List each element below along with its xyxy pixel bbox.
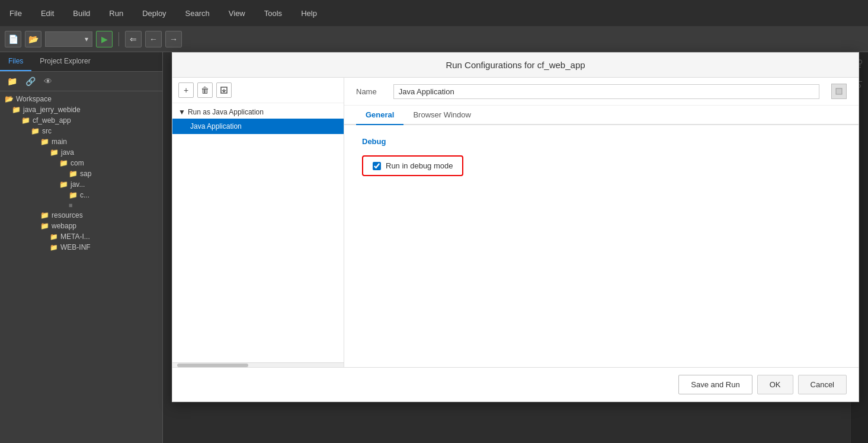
back-btn[interactable]: ⇐ [125,31,142,47]
tree-sap-label: sap [80,170,91,178]
modal-right-panel: Name General Browser Window [344,78,859,367]
file-icon: ≡ [69,202,72,209]
save-and-run-button[interactable]: Save and Run [678,375,752,394]
debug-option-row: Run in debug mode [362,155,841,176]
tree-jav[interactable]: 📁 jav... [0,179,162,190]
eye-icon[interactable]: 👁 [43,75,53,87]
folder-special-icon-1: 📁 [50,233,58,241]
tab-general[interactable]: General [356,106,403,125]
folder-icon-9: 📁 [59,180,68,189]
tree-cf-web-app[interactable]: 📁 cf_web_app [0,115,162,126]
folder-icon[interactable]: 📁 [6,75,18,87]
tree-webapp-label: webapp [52,222,76,230]
content-area: Run Configurations for cf_web_app + 🗑 [163,52,868,443]
delete-config-button[interactable]: 🗑 [197,82,213,98]
folder-icon-11: 📁 [40,211,49,219]
back2-btn[interactable]: ← [145,31,162,47]
menu-search[interactable]: Search [182,7,213,20]
run-config-group-label: Run as Java Application [188,108,264,116]
tree-java-label: java [61,148,74,157]
debug-mode-checkbox[interactable] [373,162,381,170]
folder-icon-10: 📁 [69,191,78,199]
folder-icon-4: 📁 [31,127,40,135]
modal-overlay: Run Configurations for cf_web_app + 🗑 [163,52,868,443]
folder-icon-12: 📁 [40,222,49,230]
modal-body: + 🗑 ▼ Run as Java Application Java A [172,78,859,367]
folder-icon-6: 📁 [50,148,59,157]
tab-files[interactable]: Files [0,52,31,71]
tree-jav-label: jav... [71,180,85,189]
tree-workspace-label: Workspace [16,95,52,103]
folder-icon-5: 📁 [40,138,49,146]
menu-tools[interactable]: Tools [261,7,286,20]
tree-src-label: src [42,127,52,135]
tree-meta-inf[interactable]: 📁 META-I... [0,231,162,242]
run-config-group: ▼ Run as Java Application Java Applicati… [172,103,344,136]
tree-cf-web-app-label: cf_web_app [33,116,71,125]
ok-button[interactable]: OK [757,375,793,394]
tree-workspace[interactable]: 📂 Workspace [0,94,162,104]
modal-title: Run Configurations for cf_web_app [172,53,859,78]
main-area: Files Project Explorer 📁 🔗 👁 📂 Workspace… [0,52,868,443]
debug-section-title: Debug [362,137,841,146]
file-tree: 📂 Workspace 📁 java_jerry_webide 📁 cf_web… [0,91,162,441]
java-application-config-item[interactable]: Java Application [172,119,344,134]
menu-run[interactable]: Run [105,7,127,20]
left-panel-scrollbar[interactable] [172,362,344,367]
name-input-field[interactable] [393,84,819,99]
tree-com-label: com [71,159,84,167]
scrollbar-thumb [177,364,248,367]
dropdown-arrow-icon: ▾ [85,35,88,43]
tab-project-explorer[interactable]: Project Explorer [31,52,98,71]
tree-java[interactable]: 📁 java [0,147,162,158]
menu-help[interactable]: Help [297,7,321,20]
run-config-group-header[interactable]: ▼ Run as Java Application [172,106,344,119]
tree-resources[interactable]: 📁 resources [0,210,162,221]
name-field-label: Name [356,87,377,96]
tree-web-inf[interactable]: 📁 WEB-INF [0,242,162,253]
tree-java-jerry[interactable]: 📁 java_jerry_webide [0,104,162,115]
folder-icon-3: 📁 [21,116,30,125]
tree-sap[interactable]: 📁 sap [0,168,162,179]
config-options-button[interactable] [831,84,847,99]
tab-browser-window[interactable]: Browser Window [403,106,481,125]
tree-c[interactable]: 📁 c... [0,190,162,200]
tree-main[interactable]: 📁 main [0,136,162,147]
menu-edit[interactable]: Edit [37,7,57,20]
chevron-down-icon: ▼ [178,108,185,116]
add-config-button[interactable]: + [178,82,194,98]
open-btn[interactable]: 📂 [25,31,41,47]
svg-rect-2 [836,88,842,94]
menu-build[interactable]: Build [69,7,94,20]
link-icon[interactable]: 🔗 [24,75,37,87]
folder-icon-8: 📁 [69,170,78,178]
modal-name-row: Name [344,78,859,106]
folder-open-icon: 📂 [5,95,14,103]
tree-webapp[interactable]: 📁 webapp [0,221,162,231]
tab-general-content: Debug Run in debug mode [344,125,859,367]
cancel-button[interactable]: Cancel [798,375,847,394]
tree-resources-label: resources [52,211,83,219]
tree-src[interactable]: 📁 src [0,126,162,136]
tree-main-label: main [52,138,67,146]
run-configurations-dialog: Run Configurations for cf_web_app + 🗑 [172,52,859,402]
tree-web-inf-label: WEB-INF [60,243,91,251]
new-file-btn[interactable]: 📄 [5,31,21,47]
dropdown-selector[interactable]: ▾ [45,31,92,47]
forward-btn[interactable]: → [165,31,182,47]
tree-file[interactable]: ≡ [0,200,162,210]
tree-java-jerry-label: java_jerry_webide [23,106,81,114]
menu-file[interactable]: File [6,7,25,20]
menu-deploy[interactable]: Deploy [139,7,169,20]
run-button[interactable]: ▶ [96,31,113,47]
debug-checkbox-container: Run in debug mode [362,155,463,176]
sidebar-tabs: Files Project Explorer [0,52,162,72]
folder-icon-7: 📁 [59,159,68,167]
export-config-button[interactable] [216,82,232,98]
tree-com[interactable]: 📁 com [0,158,162,168]
modal-right-tabs: General Browser Window [344,106,859,125]
modal-left-panel: + 🗑 ▼ Run as Java Application Java A [172,78,344,367]
menu-view[interactable]: View [225,7,249,20]
tree-c-label: c... [80,191,89,199]
modal-footer: Save and Run OK Cancel [172,367,859,401]
